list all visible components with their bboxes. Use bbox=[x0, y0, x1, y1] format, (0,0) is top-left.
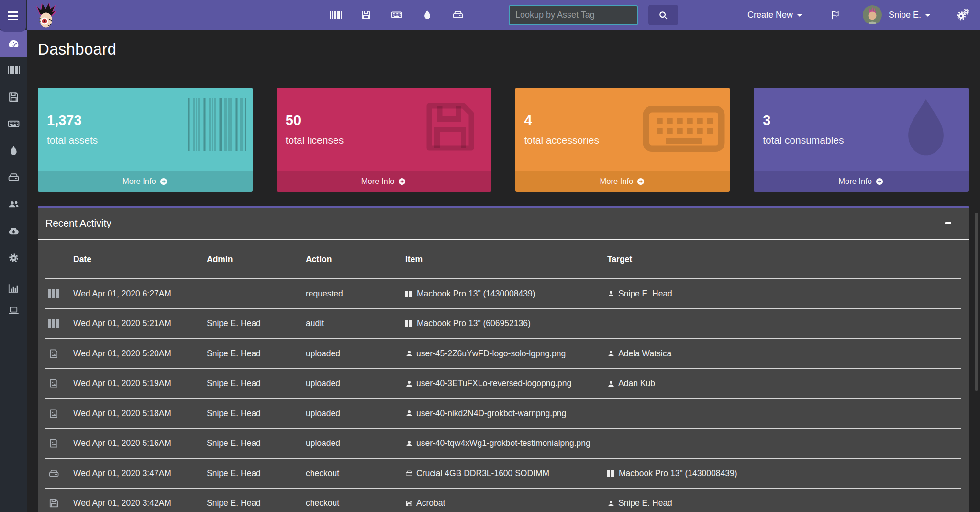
main-content: Dashboard 1,373 total assets More Info 5… bbox=[27, 30, 980, 512]
keyboard-icon bbox=[8, 118, 20, 130]
info-box-assets: 1,373 total assets More Info bbox=[38, 88, 253, 192]
keyboard-icon bbox=[391, 9, 402, 21]
sidebar-item-assets[interactable] bbox=[0, 57, 27, 83]
sidebar-item-dashboard[interactable] bbox=[0, 30, 27, 57]
barcode-icon bbox=[405, 320, 413, 327]
arrow-circle-right-icon bbox=[159, 177, 168, 186]
table-row: Wed Apr 01, 2020 3:47AM Snipe E. Head ch… bbox=[45, 459, 961, 489]
sidebar-item-components[interactable] bbox=[0, 164, 27, 191]
create-new-label: Create New bbox=[747, 10, 793, 20]
scrollbar-thumb[interactable] bbox=[975, 213, 978, 391]
activity-table: Date Admin Action Item Target Wed Apr 01… bbox=[38, 240, 969, 512]
sidebar-item-licenses[interactable] bbox=[0, 83, 27, 110]
col-action: Action bbox=[306, 254, 405, 264]
hard-drive-icon bbox=[452, 9, 464, 21]
file-image-icon bbox=[48, 438, 59, 449]
user-icon bbox=[607, 500, 615, 507]
create-new-dropdown[interactable]: Create New bbox=[747, 10, 802, 20]
panel-title: Recent Activity bbox=[45, 217, 111, 229]
menu-toggle-button[interactable] bbox=[0, 0, 26, 32]
search-icon bbox=[658, 10, 668, 21]
file-image-icon bbox=[48, 378, 59, 389]
sidebar-item-settings[interactable] bbox=[0, 244, 27, 271]
sidebar-item-import[interactable] bbox=[0, 217, 27, 244]
chevron-down-icon bbox=[797, 14, 802, 17]
barcode-icon bbox=[405, 291, 413, 297]
sidebar-item-accessories[interactable] bbox=[0, 110, 27, 137]
table-row: Wed Apr 01, 2020 5:21AM Snipe E. Head au… bbox=[45, 309, 961, 340]
droplet-icon bbox=[8, 145, 20, 157]
hamburger-icon bbox=[8, 11, 18, 13]
gear-icon bbox=[8, 252, 20, 264]
user-icon bbox=[405, 410, 413, 417]
hard-drive-icon bbox=[48, 468, 59, 479]
sidebar-item-models[interactable] bbox=[0, 297, 27, 324]
arrow-circle-right-icon bbox=[875, 177, 884, 186]
barcode-icon bbox=[8, 66, 20, 74]
sidebar bbox=[0, 0, 27, 512]
barcode-icon bbox=[330, 11, 342, 19]
cloud-download-icon bbox=[8, 225, 20, 237]
navbar-right: Create New Snipe E. bbox=[747, 0, 969, 30]
col-target: Target bbox=[607, 254, 961, 264]
save-icon bbox=[405, 500, 413, 507]
user-icon bbox=[607, 290, 615, 297]
save-watermark-icon bbox=[419, 95, 482, 159]
col-date: Date bbox=[73, 254, 207, 264]
reports-flag-button[interactable] bbox=[830, 10, 841, 21]
info-box-licenses: 50 total licenses More Info bbox=[277, 88, 491, 192]
user-icon bbox=[405, 440, 413, 447]
recent-activity-panel: Recent Activity Date Admin Action Item T… bbox=[38, 206, 969, 512]
gears-icon bbox=[956, 8, 969, 22]
col-item: Item bbox=[405, 254, 607, 264]
collapse-panel-button[interactable] bbox=[941, 217, 955, 229]
nav-accessories-link[interactable] bbox=[390, 9, 403, 21]
search-input[interactable] bbox=[509, 5, 638, 25]
app-logo[interactable] bbox=[34, 2, 58, 31]
nav-consumables-link[interactable] bbox=[421, 9, 434, 21]
table-row: Wed Apr 01, 2020 5:16AM Snipe E. Head up… bbox=[45, 429, 961, 459]
arrow-circle-right-icon bbox=[636, 177, 645, 186]
hard-drive-icon bbox=[405, 469, 413, 477]
file-image-icon bbox=[48, 408, 59, 419]
sidebar-item-consumables[interactable] bbox=[0, 137, 27, 164]
barcode-watermark-icon bbox=[188, 98, 246, 151]
licenses-more-info-link[interactable]: More Info bbox=[277, 171, 491, 192]
info-box-accessories: 4 total accessories More Info bbox=[515, 88, 730, 192]
avatar[interactable] bbox=[863, 5, 882, 24]
consumables-more-info-link[interactable]: More Info bbox=[754, 171, 969, 192]
barcode-icon bbox=[607, 470, 615, 477]
nav-assets-link[interactable] bbox=[329, 9, 342, 21]
user-icon bbox=[405, 350, 413, 357]
asset-search bbox=[509, 5, 678, 25]
save-icon bbox=[360, 9, 372, 21]
arrow-circle-right-icon bbox=[398, 177, 406, 186]
bar-chart-icon bbox=[8, 283, 20, 295]
user-icon bbox=[607, 380, 615, 387]
mascot-logo-icon bbox=[34, 2, 58, 29]
accessories-more-info-link[interactable]: More Info bbox=[515, 171, 730, 192]
droplet-watermark-icon bbox=[890, 92, 962, 164]
summary-boxes: 1,373 total assets More Info 50 total li… bbox=[38, 88, 969, 192]
nav-licenses-link[interactable] bbox=[360, 9, 372, 21]
search-button[interactable] bbox=[648, 5, 678, 25]
table-row: Wed Apr 01, 2020 6:27AM requested Macboo… bbox=[45, 279, 961, 309]
hard-drive-icon bbox=[8, 171, 20, 183]
table-row: Wed Apr 01, 2020 3:42AM Snipe E. Head ch… bbox=[45, 489, 961, 512]
nav-components-link[interactable] bbox=[452, 9, 464, 21]
user-menu[interactable]: Snipe E. bbox=[889, 10, 921, 20]
settings-button[interactable] bbox=[956, 8, 969, 22]
assets-more-info-link[interactable]: More Info bbox=[38, 171, 253, 192]
droplet-icon bbox=[422, 9, 433, 21]
flag-icon bbox=[830, 10, 841, 21]
laptop-icon bbox=[8, 305, 20, 317]
table-header-row: Date Admin Action Item Target bbox=[45, 240, 961, 279]
table-row: Wed Apr 01, 2020 5:20AM Snipe E. Head up… bbox=[45, 339, 961, 369]
quick-links bbox=[329, 0, 464, 30]
barcode-icon bbox=[48, 289, 59, 298]
gauge-icon bbox=[8, 38, 20, 50]
info-box-consumables: 3 total consumables More Info bbox=[754, 88, 969, 192]
users-icon bbox=[8, 198, 20, 210]
sidebar-item-people[interactable] bbox=[0, 191, 27, 217]
minus-icon bbox=[945, 222, 951, 224]
